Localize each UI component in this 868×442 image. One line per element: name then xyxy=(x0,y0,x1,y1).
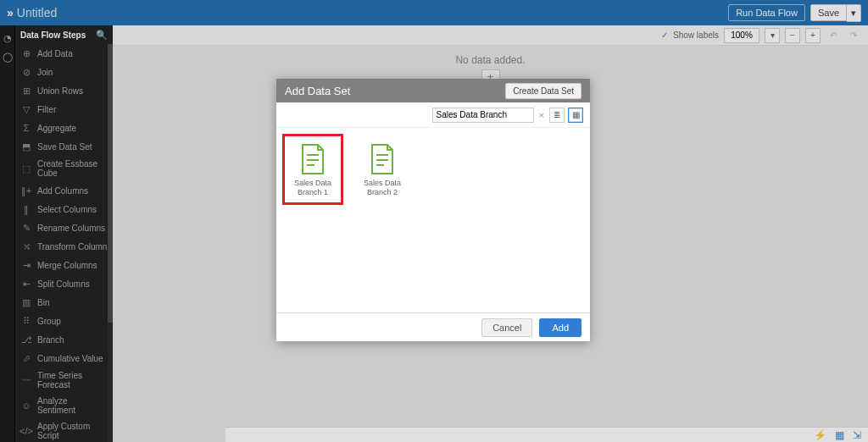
cancel-button[interactable]: Cancel xyxy=(481,318,532,337)
list-view-button[interactable]: ≣ xyxy=(549,108,565,123)
add-data-set-dialog: Add Data Set Create Data Set × ≣ ▦ Sales… xyxy=(276,79,590,341)
dialog-search-bar: × ≣ ▦ xyxy=(276,102,590,128)
dialog-title: Add Data Set xyxy=(285,85,350,97)
clear-search-icon[interactable]: × xyxy=(537,110,546,120)
document-icon xyxy=(369,143,396,175)
dataset-label: Sales Data Branch 2 xyxy=(354,179,410,202)
create-data-set-button[interactable]: Create Data Set xyxy=(505,83,581,99)
dialog-header: Add Data Set Create Data Set xyxy=(276,79,590,102)
document-icon xyxy=(299,143,326,175)
dialog-body: Sales Data Branch 1 Sales Data Branch 2 xyxy=(276,128,590,312)
grid-view-button[interactable]: ▦ xyxy=(568,108,583,123)
dialog-footer: Cancel Add xyxy=(276,312,590,341)
search-input[interactable] xyxy=(432,108,534,123)
modal-overlay: Add Data Set Create Data Set × ≣ ▦ Sales… xyxy=(0,0,868,442)
dataset-tile[interactable]: Sales Data Branch 2 xyxy=(354,136,410,202)
dataset-label: Sales Data Branch 1 xyxy=(285,179,341,202)
dataset-tile[interactable]: Sales Data Branch 1 xyxy=(285,136,341,202)
add-button[interactable]: Add xyxy=(539,318,581,337)
